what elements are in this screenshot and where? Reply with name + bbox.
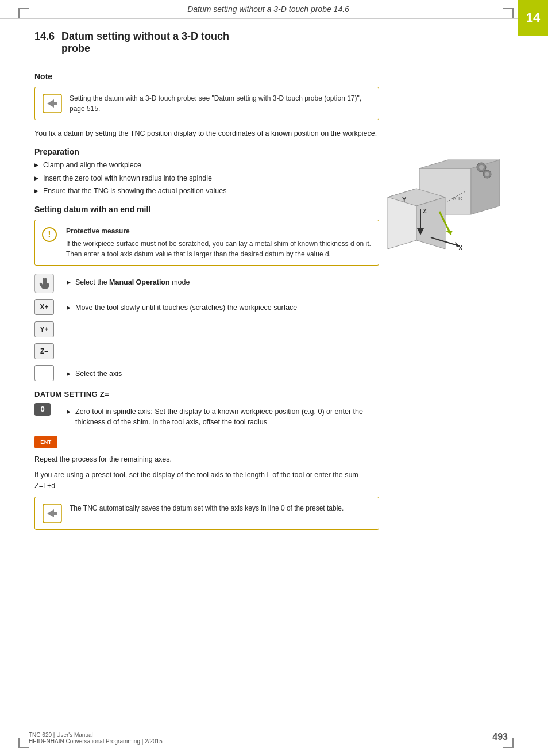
hand-icon [38, 277, 51, 290]
preparation-heading: Preparation [34, 147, 379, 156]
step-move-tool: X+ Move the tool slowly until it touches… [34, 299, 379, 316]
section-number: 14.6 [34, 30, 55, 43]
preparation-list: Clamp and align the workpiece Insert the… [34, 160, 379, 197]
warning-icon: ! [42, 227, 59, 242]
workpiece-illustration: Z Y X R R [385, 157, 500, 272]
datum-step-ent: ENT [34, 436, 379, 448]
intro-text: You fix a datum by setting the TNC posit… [34, 128, 379, 139]
warning-box: ! Protective measure If the workpiece su… [34, 220, 379, 266]
svg-text:Z: Z [423, 208, 427, 214]
note-text-2: The TNC automatically saves the datum se… [70, 503, 344, 513]
yplus-icon: Y+ [34, 321, 60, 337]
svg-marker-4 [47, 509, 54, 517]
note-box-2: The TNC automatically saves the datum se… [34, 497, 379, 530]
illustration-svg: Z Y X R R [385, 157, 500, 278]
left-margin [0, 30, 29, 538]
svg-text:X: X [458, 244, 463, 251]
prep-step-3: Ensure that the TNC is showing the actua… [34, 186, 379, 197]
prep-step-1: Clamp and align the workpiece [34, 160, 379, 171]
note-arrow-icon [42, 93, 63, 114]
footer-edition: HEIDENHAIN Conversational Programming | … [29, 738, 163, 745]
datum-ent-text [67, 436, 379, 439]
footer-page-number: 493 [492, 732, 508, 745]
page-container: Datum setting without a 3-D touch probe … [0, 0, 548, 756]
svg-text:Y: Y [402, 196, 407, 203]
step-select-axis-text: Select the axis [67, 365, 379, 382]
step-zminus-row: Z– [34, 343, 379, 359]
step-manual-mode: Select the Manual Operation mode [34, 274, 379, 293]
step-move-text: Move the tool slowly until it touches (s… [67, 299, 379, 316]
main-content: 14.6 Datum setting without a 3-D touchpr… [0, 19, 548, 550]
select-axis-label: Select the axis [75, 369, 122, 379]
step-manual-text: Select the Manual Operation mode [67, 274, 379, 290]
svg-point-12 [485, 172, 489, 176]
datum-step-zero: 0 Zero tool in spindle axis: Set the dis… [34, 403, 379, 431]
manual-icon-box [34, 274, 54, 293]
svg-text:R: R [453, 195, 457, 201]
setting-datum-heading: Setting datum with an end mill [34, 205, 379, 214]
warning-title: Protective measure [66, 226, 372, 236]
svg-point-10 [479, 165, 484, 170]
warning-content: Protective measure If the workpiece surf… [66, 226, 372, 259]
content-col: 14.6 Datum setting without a 3-D touchpr… [29, 30, 385, 538]
note-arrow-icon-2 [42, 503, 63, 524]
warning-text: If the workpiece surface must not be scr… [66, 239, 372, 259]
datum-setting-heading: DATUM SETTING Z= [34, 390, 379, 398]
note-text: Setting the datum with a 3-D touch probe… [70, 93, 372, 114]
step-yplus-row: Y+ [34, 321, 379, 337]
yplus-btn[interactable]: Y+ [34, 321, 54, 337]
page-footer: TNC 620 | User's Manual HEIDENHAIN Conve… [29, 728, 508, 745]
chapter-tab: 14 [518, 0, 548, 36]
step-yplus-text [67, 321, 379, 325]
prep-step-2: Insert the zero tool with known radius i… [34, 173, 379, 184]
svg-rect-2 [54, 102, 57, 105]
datum-zero-text: Zero tool in spindle axis: Set the displ… [67, 403, 379, 431]
note-box: Setting the datum with a 3-D touch probe… [34, 87, 379, 120]
step-zminus-text [67, 343, 379, 347]
bottom-left-corner [18, 738, 29, 748]
zero-icon: 0 [34, 403, 60, 416]
svg-text:R: R [458, 195, 462, 201]
step-select-axis: Select the axis [34, 365, 379, 382]
section-heading: 14.6 Datum setting without a 3-D touchpr… [34, 30, 379, 64]
axis-select-box[interactable] [34, 365, 54, 381]
zminus-btn[interactable]: Z– [34, 343, 54, 359]
manual-mode-icon [34, 274, 60, 293]
xplus-btn[interactable]: X+ [34, 299, 54, 315]
zminus-icon: Z– [34, 343, 60, 359]
preset-text: If you are using a preset tool, set the … [34, 470, 379, 492]
footer-left: TNC 620 | User's Manual HEIDENHAIN Conve… [29, 732, 163, 745]
zero-btn[interactable]: 0 [34, 403, 51, 416]
note-heading: Note [34, 72, 379, 81]
select-axis-icon [34, 365, 60, 381]
svg-rect-5 [54, 512, 57, 515]
repeat-text: Repeat the process for the remaining axe… [34, 454, 379, 465]
footer-product: TNC 620 | User's Manual [29, 732, 163, 738]
right-col: Z Y X R R [385, 30, 523, 538]
section-title: Datum setting without a 3-D touchprobe [61, 30, 229, 55]
ent-btn[interactable]: ENT [34, 436, 57, 448]
page-header: Datum setting without a 3-D touch probe … [0, 0, 548, 19]
xplus-icon: X+ [34, 299, 60, 315]
ent-icon: ENT [34, 436, 60, 448]
exclamation-icon: ! [42, 227, 57, 242]
header-title: Datum setting without a 3-D touch probe … [34, 5, 502, 14]
svg-marker-1 [47, 99, 54, 108]
